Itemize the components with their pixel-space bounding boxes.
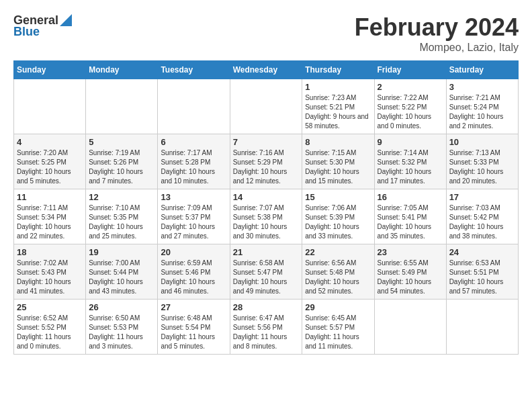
day-cell: 24Sunrise: 6:53 AM Sunset: 5:51 PM Dayli… <box>446 244 518 300</box>
day-number: 18 <box>17 247 83 257</box>
day-number: 20 <box>161 247 226 257</box>
col-header-sunday: Sunday <box>14 61 86 79</box>
day-cell: 29Sunrise: 6:45 AM Sunset: 5:57 PM Dayli… <box>302 300 374 355</box>
day-cell: 3Sunrise: 7:21 AM Sunset: 5:24 PM Daylig… <box>446 79 518 134</box>
logo-blue-text: Blue <box>13 25 40 39</box>
day-info: Sunrise: 7:17 AM Sunset: 5:28 PM Dayligh… <box>161 148 226 186</box>
day-cell: 8Sunrise: 7:15 AM Sunset: 5:30 PM Daylig… <box>302 134 374 189</box>
day-info: Sunrise: 6:59 AM Sunset: 5:46 PM Dayligh… <box>161 259 226 296</box>
day-info: Sunrise: 6:55 AM Sunset: 5:49 PM Dayligh… <box>378 259 443 296</box>
day-number: 3 <box>449 82 515 92</box>
day-number: 19 <box>89 247 154 257</box>
col-header-tuesday: Tuesday <box>158 61 230 79</box>
day-number: 11 <box>17 192 83 202</box>
day-number: 17 <box>449 192 515 202</box>
calendar-table: SundayMondayTuesdayWednesdayThursdayFrid… <box>13 60 519 355</box>
day-cell: 13Sunrise: 7:09 AM Sunset: 5:37 PM Dayli… <box>158 189 230 244</box>
day-cell <box>230 79 302 134</box>
day-number: 22 <box>305 247 371 257</box>
day-cell <box>14 79 86 134</box>
day-info: Sunrise: 7:09 AM Sunset: 5:37 PM Dayligh… <box>161 203 226 241</box>
day-cell: 26Sunrise: 6:50 AM Sunset: 5:53 PM Dayli… <box>86 300 158 355</box>
day-cell: 18Sunrise: 7:02 AM Sunset: 5:43 PM Dayli… <box>14 244 86 300</box>
day-info: Sunrise: 7:03 AM Sunset: 5:42 PM Dayligh… <box>449 203 515 241</box>
col-header-monday: Monday <box>86 61 158 79</box>
day-number: 9 <box>378 137 443 147</box>
day-number: 15 <box>305 192 371 202</box>
day-info: Sunrise: 7:07 AM Sunset: 5:38 PM Dayligh… <box>233 203 300 241</box>
day-number: 29 <box>305 302 371 312</box>
day-info: Sunrise: 7:19 AM Sunset: 5:26 PM Dayligh… <box>89 148 154 186</box>
day-number: 25 <box>17 302 83 312</box>
day-info: Sunrise: 6:50 AM Sunset: 5:53 PM Dayligh… <box>89 314 154 351</box>
day-cell: 14Sunrise: 7:07 AM Sunset: 5:38 PM Dayli… <box>230 189 302 244</box>
week-row-1: 1Sunrise: 7:23 AM Sunset: 5:21 PM Daylig… <box>14 79 519 134</box>
day-info: Sunrise: 6:52 AM Sunset: 5:52 PM Dayligh… <box>17 314 83 351</box>
title-block: February 2024 Mompeo, Lazio, Italy <box>355 13 519 54</box>
day-number: 10 <box>449 137 515 147</box>
col-header-friday: Friday <box>374 61 446 79</box>
day-cell <box>374 300 446 355</box>
day-cell: 19Sunrise: 7:00 AM Sunset: 5:44 PM Dayli… <box>86 244 158 300</box>
day-cell: 6Sunrise: 7:17 AM Sunset: 5:28 PM Daylig… <box>158 134 230 189</box>
day-cell: 2Sunrise: 7:22 AM Sunset: 5:22 PM Daylig… <box>374 79 446 134</box>
day-number: 5 <box>89 137 154 147</box>
calendar-subtitle: Mompeo, Lazio, Italy <box>355 42 519 54</box>
day-number: 7 <box>233 137 300 147</box>
day-info: Sunrise: 6:47 AM Sunset: 5:56 PM Dayligh… <box>233 314 300 351</box>
day-number: 24 <box>449 247 515 257</box>
day-cell: 22Sunrise: 6:56 AM Sunset: 5:48 PM Dayli… <box>302 244 374 300</box>
day-info: Sunrise: 7:05 AM Sunset: 5:41 PM Dayligh… <box>378 203 443 241</box>
day-info: Sunrise: 7:16 AM Sunset: 5:29 PM Dayligh… <box>233 148 300 186</box>
logo-block: General Blue <box>13 13 72 39</box>
day-cell: 15Sunrise: 7:06 AM Sunset: 5:39 PM Dayli… <box>302 189 374 244</box>
day-info: Sunrise: 6:53 AM Sunset: 5:51 PM Dayligh… <box>449 259 515 296</box>
day-info: Sunrise: 6:48 AM Sunset: 5:54 PM Dayligh… <box>161 314 226 351</box>
svg-marker-0 <box>60 14 72 26</box>
day-info: Sunrise: 7:14 AM Sunset: 5:32 PM Dayligh… <box>378 148 443 186</box>
day-number: 13 <box>161 192 226 202</box>
day-number: 6 <box>161 137 226 147</box>
day-info: Sunrise: 7:21 AM Sunset: 5:24 PM Dayligh… <box>449 93 515 131</box>
day-cell: 21Sunrise: 6:58 AM Sunset: 5:47 PM Dayli… <box>230 244 302 300</box>
col-header-saturday: Saturday <box>446 61 518 79</box>
day-info: Sunrise: 7:23 AM Sunset: 5:21 PM Dayligh… <box>305 93 371 131</box>
day-info: Sunrise: 7:15 AM Sunset: 5:30 PM Dayligh… <box>305 148 371 186</box>
day-cell: 11Sunrise: 7:11 AM Sunset: 5:34 PM Dayli… <box>14 189 86 244</box>
day-number: 16 <box>378 192 443 202</box>
day-info: Sunrise: 6:58 AM Sunset: 5:47 PM Dayligh… <box>233 259 300 296</box>
calendar-title: February 2024 <box>355 13 519 42</box>
day-cell: 1Sunrise: 7:23 AM Sunset: 5:21 PM Daylig… <box>302 79 374 134</box>
day-cell: 23Sunrise: 6:55 AM Sunset: 5:49 PM Dayli… <box>374 244 446 300</box>
day-info: Sunrise: 7:00 AM Sunset: 5:44 PM Dayligh… <box>89 259 154 296</box>
day-cell <box>158 79 230 134</box>
logo: General Blue <box>13 13 72 39</box>
day-info: Sunrise: 7:10 AM Sunset: 5:35 PM Dayligh… <box>89 203 154 241</box>
day-cell: 5Sunrise: 7:19 AM Sunset: 5:26 PM Daylig… <box>86 134 158 189</box>
day-number: 1 <box>305 82 371 92</box>
day-cell: 9Sunrise: 7:14 AM Sunset: 5:32 PM Daylig… <box>374 134 446 189</box>
day-info: Sunrise: 6:56 AM Sunset: 5:48 PM Dayligh… <box>305 259 371 296</box>
week-row-5: 25Sunrise: 6:52 AM Sunset: 5:52 PM Dayli… <box>14 300 519 355</box>
day-number: 2 <box>378 82 443 92</box>
day-cell: 10Sunrise: 7:13 AM Sunset: 5:33 PM Dayli… <box>446 134 518 189</box>
day-info: Sunrise: 7:20 AM Sunset: 5:25 PM Dayligh… <box>17 148 83 186</box>
day-info: Sunrise: 7:22 AM Sunset: 5:22 PM Dayligh… <box>378 93 443 131</box>
day-number: 27 <box>161 302 226 312</box>
day-number: 8 <box>305 137 371 147</box>
col-header-thursday: Thursday <box>302 61 374 79</box>
day-number: 21 <box>233 247 300 257</box>
day-info: Sunrise: 7:11 AM Sunset: 5:34 PM Dayligh… <box>17 203 83 241</box>
week-row-2: 4Sunrise: 7:20 AM Sunset: 5:25 PM Daylig… <box>14 134 519 189</box>
day-cell <box>86 79 158 134</box>
day-cell <box>446 300 518 355</box>
day-number: 4 <box>17 137 83 147</box>
day-cell: 16Sunrise: 7:05 AM Sunset: 5:41 PM Dayli… <box>374 189 446 244</box>
day-number: 23 <box>378 247 443 257</box>
day-info: Sunrise: 7:13 AM Sunset: 5:33 PM Dayligh… <box>449 148 515 186</box>
day-info: Sunrise: 7:02 AM Sunset: 5:43 PM Dayligh… <box>17 259 83 296</box>
day-number: 28 <box>233 302 300 312</box>
header-row: SundayMondayTuesdayWednesdayThursdayFrid… <box>14 61 519 79</box>
day-cell: 25Sunrise: 6:52 AM Sunset: 5:52 PM Dayli… <box>14 300 86 355</box>
logo-arrow-icon <box>60 14 72 26</box>
